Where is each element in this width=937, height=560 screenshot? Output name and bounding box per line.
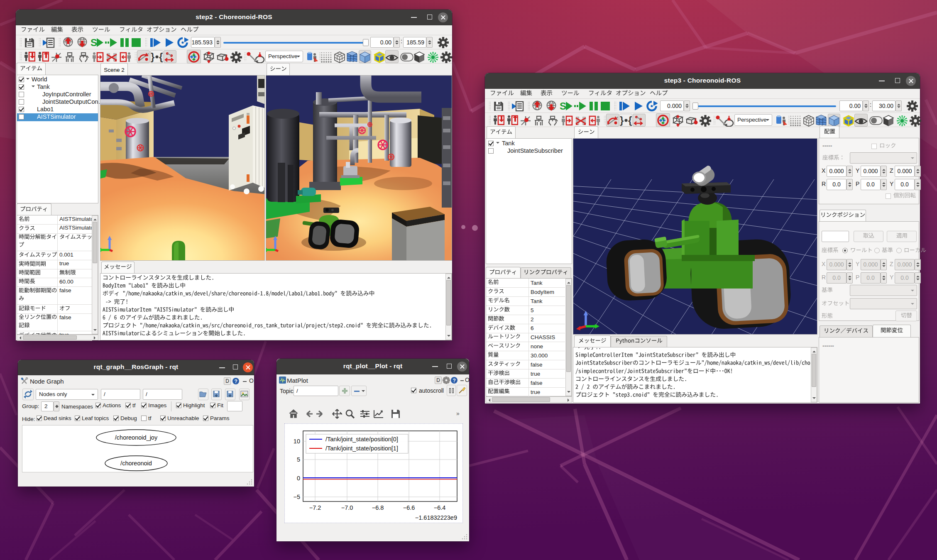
svg-text:{: { — [628, 115, 632, 126]
svg-text:?: ? — [453, 378, 456, 384]
svg-text:−5: −5 — [293, 494, 300, 500]
svg-text:S: S — [560, 100, 566, 112]
svg-text:}: } — [620, 115, 624, 126]
svg-text:S: S — [91, 37, 97, 48]
svg-text:?: ? — [235, 379, 237, 384]
svg-text:{: { — [159, 51, 163, 62]
svg-text:−6.6: −6.6 — [403, 504, 415, 511]
svg-text:10: 10 — [294, 438, 300, 445]
svg-text:}: } — [151, 51, 154, 62]
svg-text:−6.8: −6.8 — [372, 504, 384, 511]
svg-text:/choreonoid_joy: /choreonoid_joy — [115, 434, 158, 441]
svg-text:0: 0 — [297, 475, 300, 482]
svg-text:5: 5 — [297, 456, 300, 463]
svg-text:/choreonoid: /choreonoid — [120, 460, 152, 467]
svg-text:−7.0: −7.0 — [341, 504, 353, 511]
svg-text:/Tank/joint_state/position[0]: /Tank/joint_state/position[0] — [325, 436, 398, 443]
svg-text:/Tank/joint_state/position[1]: /Tank/joint_state/position[1] — [325, 445, 398, 452]
svg-text:−7.2: −7.2 — [309, 504, 321, 511]
svg-text:−1.61832223e9: −1.61832223e9 — [415, 514, 457, 521]
svg-text:−6.4: −6.4 — [434, 504, 446, 511]
